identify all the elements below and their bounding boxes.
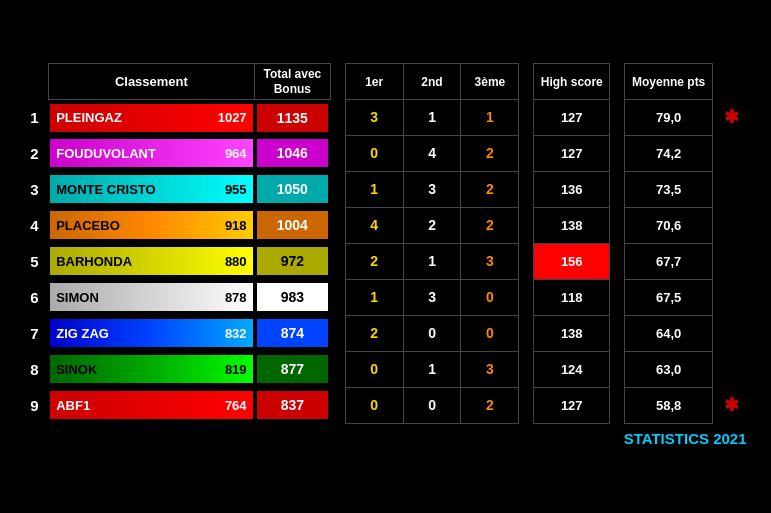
stats-label: STATISTICS 2021: [624, 430, 747, 447]
icon-cell: [713, 171, 751, 207]
name-bar-cell: FOUDUVOLANT964: [48, 135, 254, 171]
moyenne-cell: 67,7: [625, 243, 713, 279]
high-score-cell: 136: [534, 171, 610, 207]
high-score-cell: 127: [534, 387, 610, 423]
name-bar-cell: MONTE CRISTO955: [48, 171, 254, 207]
rank-cell: 5: [21, 243, 49, 279]
player-score: 1027: [218, 110, 247, 125]
high-score-cell: 127: [534, 99, 610, 135]
icon-cell: [713, 279, 751, 315]
1er-label: 1er: [365, 75, 383, 89]
high-score-cell: 156: [534, 243, 610, 279]
icon-cell: [713, 135, 751, 171]
3eme-cell: 2: [461, 207, 519, 243]
moyenne-cell: 63,0: [625, 351, 713, 387]
table-row: 4PLACEBO918100442213870,6: [21, 207, 751, 243]
rank-cell: 9: [21, 387, 49, 423]
2nd-cell: 0: [403, 315, 461, 351]
icon-cell: ✱: [713, 387, 751, 423]
col-total-header: Total avec Bonus: [255, 64, 331, 100]
col-1er-header: 1er: [345, 64, 403, 100]
table-row: 6SIMON87898313011867,5: [21, 279, 751, 315]
3eme-cell: 0: [461, 315, 519, 351]
stats-table: Classement Total avec Bonus 1er 2nd 3ème…: [21, 63, 751, 450]
icon-cell: [713, 315, 751, 351]
player-name: BARHONDA: [56, 254, 132, 269]
player-name: PLACEBO: [56, 218, 120, 233]
high-label: High score: [541, 75, 603, 89]
3eme-cell: 2: [461, 135, 519, 171]
total-bonus-cell: 972: [255, 243, 331, 279]
2nd-cell: 3: [403, 279, 461, 315]
table-row: 1PLEINGAZ1027113531112779,0✱: [21, 99, 751, 135]
moyenne-cell: 74,2: [625, 135, 713, 171]
2nd-cell: 1: [403, 99, 461, 135]
icon-cell: ✱: [713, 99, 751, 135]
high-score-cell: 127: [534, 135, 610, 171]
moyenne-cell: 79,0: [625, 99, 713, 135]
total-label: Total avec Bonus: [263, 67, 321, 95]
total-bonus-cell: 983: [255, 279, 331, 315]
table-row: 7ZIG ZAG83287420013864,0: [21, 315, 751, 351]
player-score: 880: [225, 254, 247, 269]
rank-cell: 4: [21, 207, 49, 243]
2nd-cell: 2: [403, 207, 461, 243]
1er-cell: 4: [345, 207, 403, 243]
1er-cell: 1: [345, 279, 403, 315]
table-row: 9ABF176483700212758,8✱: [21, 387, 751, 423]
2nd-cell: 1: [403, 243, 461, 279]
col-3eme-header: 3ème: [461, 64, 519, 100]
icon-cell: [713, 207, 751, 243]
moyenne-cell: 70,6: [625, 207, 713, 243]
high-score-cell: 138: [534, 315, 610, 351]
player-name: ABF1: [56, 398, 90, 413]
player-name: MONTE CRISTO: [56, 182, 155, 197]
player-score: 819: [225, 362, 247, 377]
total-bonus-cell: 1046: [255, 135, 331, 171]
total-bonus-cell: 1135: [255, 99, 331, 135]
main-container: Classement Total avec Bonus 1er 2nd 3ème…: [11, 53, 761, 460]
3eme-cell: 0: [461, 279, 519, 315]
player-score: 964: [225, 146, 247, 161]
3eme-cell: 3: [461, 243, 519, 279]
3eme-label: 3ème: [475, 75, 506, 89]
icon-cell: [713, 351, 751, 387]
header-row: Classement Total avec Bonus 1er 2nd 3ème…: [21, 64, 751, 100]
player-score: 764: [225, 398, 247, 413]
player-name: FOUDUVOLANT: [56, 146, 156, 161]
player-name: ZIG ZAG: [56, 326, 109, 341]
2nd-label: 2nd: [421, 75, 442, 89]
col-2nd-header: 2nd: [403, 64, 461, 100]
1er-cell: 3: [345, 99, 403, 135]
moyenne-cell: 67,5: [625, 279, 713, 315]
name-bar-cell: SINOK819: [48, 351, 254, 387]
icon-cell: [713, 243, 751, 279]
1er-cell: 0: [345, 351, 403, 387]
player-score: 878: [225, 290, 247, 305]
moyenne-cell: 64,0: [625, 315, 713, 351]
total-bonus-cell: 1050: [255, 171, 331, 207]
3eme-cell: 2: [461, 171, 519, 207]
2nd-cell: 1: [403, 351, 461, 387]
total-bonus-cell: 874: [255, 315, 331, 351]
table-row: 2FOUDUVOLANT964104604212774,2: [21, 135, 751, 171]
classement-label: Classement: [115, 74, 188, 89]
player-score: 832: [225, 326, 247, 341]
total-bonus-cell: 837: [255, 387, 331, 423]
1er-cell: 1: [345, 171, 403, 207]
moyenne-cell: 73,5: [625, 171, 713, 207]
3eme-cell: 3: [461, 351, 519, 387]
2nd-cell: 3: [403, 171, 461, 207]
rank-cell: 8: [21, 351, 49, 387]
3eme-cell: 1: [461, 99, 519, 135]
total-bonus-cell: 877: [255, 351, 331, 387]
player-name: SIMON: [56, 290, 99, 305]
table-row: 5BARHONDA88097221315667,7: [21, 243, 751, 279]
high-score-cell: 124: [534, 351, 610, 387]
name-bar-cell: PLACEBO918: [48, 207, 254, 243]
rank-cell: 7: [21, 315, 49, 351]
1er-cell: 0: [345, 135, 403, 171]
1er-cell: 0: [345, 387, 403, 423]
1er-cell: 2: [345, 315, 403, 351]
player-score: 918: [225, 218, 247, 233]
